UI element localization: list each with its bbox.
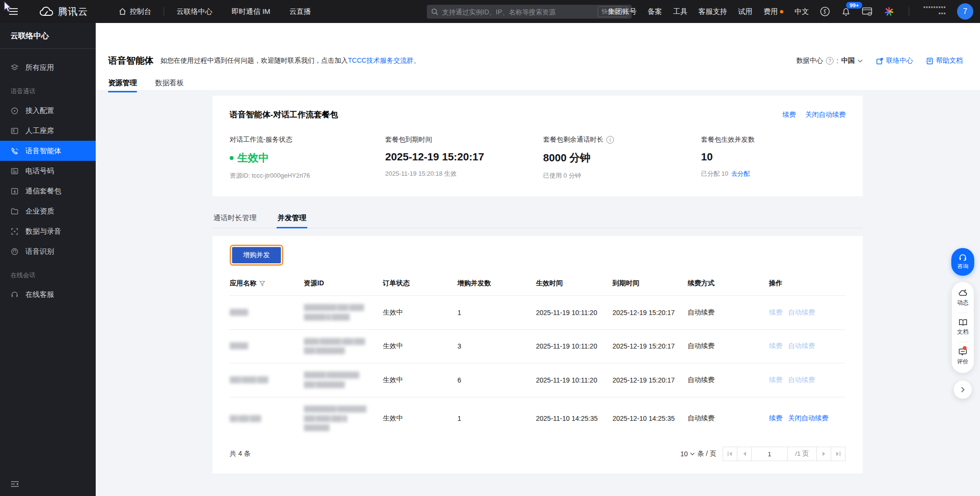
sidebar-item-phone-number[interactable]: 电话号码 (0, 161, 96, 181)
cancel-auto-renew-action[interactable]: 关闭自动续费 (788, 414, 828, 422)
renew-link[interactable]: 续费 (782, 111, 796, 119)
order-status: 生效中 (383, 329, 457, 363)
first-page-button[interactable] (723, 447, 737, 461)
sidebar-item-package[interactable]: 通信套餐包 (0, 181, 96, 201)
resource-id-text: 资源ID: tccc-jtr000geHY2rl76 (230, 171, 385, 180)
redacted-app-name: ███ ████ ███ (230, 375, 300, 385)
stat-expire-time: 套餐包到期时间 2025-12-19 15:20:17 2025-11-19 1… (385, 135, 543, 180)
auto-renew-action[interactable]: 自动续费 (788, 308, 815, 316)
stat-concurrency: 套餐包生效并发数 10 已分配 10去分配 (701, 135, 755, 180)
help-question-icon[interactable]: ? (826, 57, 834, 65)
nav-console[interactable]: 控制台 (109, 0, 161, 23)
sidebar-item-voice-agent[interactable]: 语音智能体 (0, 141, 96, 161)
link-language[interactable]: 中文 (794, 7, 809, 16)
button-highlight-ring: 增购并发 (230, 245, 283, 266)
package-stats: 对话工作流-服务状态 生效中 资源ID: tccc-jtr000geHY2rl7… (230, 135, 846, 180)
chevron-down-icon (690, 452, 695, 455)
link-icp[interactable]: 备案 (647, 7, 662, 16)
datacenter-selector[interactable]: 数据中心 ? : 中国 (796, 56, 863, 65)
pinwheel-icon[interactable] (883, 6, 895, 17)
nav-cloud-contact-center[interactable]: 云联络中心 (167, 0, 222, 23)
renew-action[interactable]: 续费 (769, 376, 782, 383)
sidebar-item-access-config[interactable]: 接入配置 (0, 101, 96, 121)
tccc-group-link[interactable]: TCCC技术服务交流群。 (348, 56, 420, 64)
headset-icon (11, 291, 19, 299)
package-summary-card: 语音智能体-对话工作流套餐包 续费 关闭自动续费 对话工作流-服务状态 生效中 … (212, 96, 863, 196)
next-page-button[interactable] (816, 447, 831, 461)
billing-alert-dot (780, 10, 783, 13)
avatar[interactable]: 7 (957, 3, 973, 20)
cloud-activity-icon (958, 289, 968, 297)
status-dot (230, 156, 234, 160)
link-support[interactable]: 客服支持 (698, 7, 727, 16)
redacted-app-name: ██ ███ ███ (230, 414, 300, 424)
table-row: ██ ███ ███ █████████ ███████████ ████ ██… (230, 397, 846, 440)
filter-icon[interactable] (259, 281, 265, 286)
main-area: 语音智能体 如您在使用过程中遇到任何问题，欢迎随时联系我们，点击加入TCCC技术… (96, 23, 980, 496)
assign-link[interactable]: 去分配 (731, 170, 750, 177)
account-masked-name[interactable]: ********* *** (923, 6, 946, 17)
menu-burger-icon[interactable] (0, 0, 27, 23)
link-group-account[interactable]: 集团账号 (608, 7, 636, 16)
order-status: 生效中 (383, 363, 457, 397)
consult-button[interactable]: 咨询 (951, 248, 974, 276)
notice-text: 如您在使用过程中遇到任何问题，欢迎随时联系我们，点击加入TCCC技术服务交流群。 (160, 56, 420, 65)
sidebar-item-all-apps[interactable]: 所有应用 (0, 57, 96, 78)
docs-button[interactable]: 文档 (957, 318, 969, 337)
stat-service-status: 对话工作流-服务状态 生效中 资源ID: tccc-jtr000geHY2rl7… (230, 135, 385, 180)
last-page-button[interactable] (831, 447, 846, 461)
community-icon[interactable] (820, 6, 830, 17)
page-number-input[interactable]: 1 (751, 447, 788, 461)
sidebar-collapse-icon[interactable] (8, 478, 22, 490)
contact-center-link[interactable]: 联络中心 (876, 56, 913, 65)
console-settings-icon[interactable] (862, 7, 872, 16)
tencent-cloud-logo[interactable]: 腾讯云 (39, 5, 88, 18)
info-icon[interactable]: i (606, 136, 614, 144)
sidebar-item-human-agent[interactable]: 人工座席 (0, 121, 96, 141)
chevron-down-icon (858, 59, 863, 63)
document-icon (926, 57, 933, 65)
tab-call-duration[interactable]: 通话时长管理 (212, 209, 257, 228)
tab-concurrency[interactable]: 并发管理 (277, 209, 307, 228)
prev-page-button[interactable] (737, 447, 752, 461)
nav-live[interactable]: 云直播 (280, 0, 321, 23)
link-trial[interactable]: 试用 (738, 7, 752, 16)
notifications-bell[interactable]: 99+ (841, 7, 851, 17)
page-size-select[interactable]: 10 条 / 页 (680, 450, 716, 458)
external-link-icon (876, 57, 883, 65)
renew-action[interactable]: 续费 (769, 342, 782, 349)
sidebar-item-online-service[interactable]: 在线客服 (0, 284, 96, 304)
page-title: 语音智能体 (108, 55, 154, 67)
concurrency-card: 增购并发 应用名称 资源ID 订单状态 增购并发数 (212, 236, 863, 473)
sidebar-item-speech-recognition[interactable]: 语音识别 (0, 241, 96, 261)
package-card-title: 语音智能体-对话工作流套餐包 (230, 109, 338, 120)
topbar-divider (164, 7, 164, 16)
agent-card-icon (11, 127, 19, 135)
cancel-auto-renew-link[interactable]: 关闭自动续费 (805, 111, 846, 119)
pagination: 共 4 条 10 条 / 页 1 /1 页 (230, 447, 846, 461)
topbar-divider (909, 7, 909, 16)
sidebar-item-enterprise-qualification[interactable]: 企业资质 (0, 201, 96, 221)
total-count: 共 4 条 (230, 450, 251, 458)
add-concurrency-button[interactable]: 增购并发 (232, 247, 281, 263)
nav-im[interactable]: 即时通信 IM (222, 0, 280, 23)
feedback-button[interactable]: 评价 (957, 347, 969, 367)
floating-panel: 动态 文档 评价 (952, 282, 974, 373)
sidebar-title: 云联络中心 (0, 23, 96, 49)
auto-renew-action[interactable]: 自动续费 (788, 342, 815, 349)
folder-icon (11, 207, 19, 215)
dynamics-button[interactable]: 动态 (957, 288, 969, 308)
concurrency-table: 应用名称 资源ID 订单状态 增购并发数 生效时间 到期时间 续费方式 操作 (230, 273, 846, 440)
page-header: 语音智能体 如您在使用过程中遇到任何问题，欢迎随时联系我们，点击加入TCCC技术… (96, 23, 980, 90)
link-billing[interactable]: 费用 (763, 7, 783, 16)
renew-action[interactable]: 续费 (769, 414, 782, 422)
topbar: 腾讯云 控制台 云联络中心 即时通信 IM 云直播 快捷键 / 集团账号 备案 … (0, 0, 980, 23)
link-tools[interactable]: 工具 (673, 7, 687, 16)
help-docs-link[interactable]: 帮助文档 (926, 56, 963, 65)
search-input[interactable] (442, 8, 594, 16)
auto-renew-action[interactable]: 自动续费 (788, 376, 815, 383)
global-search[interactable]: 快捷键 / (427, 5, 632, 19)
renew-action[interactable]: 续费 (769, 308, 782, 316)
collapse-toolbar-button[interactable] (954, 381, 972, 399)
sidebar-item-data-recording[interactable]: 数据与录音 (0, 221, 96, 241)
